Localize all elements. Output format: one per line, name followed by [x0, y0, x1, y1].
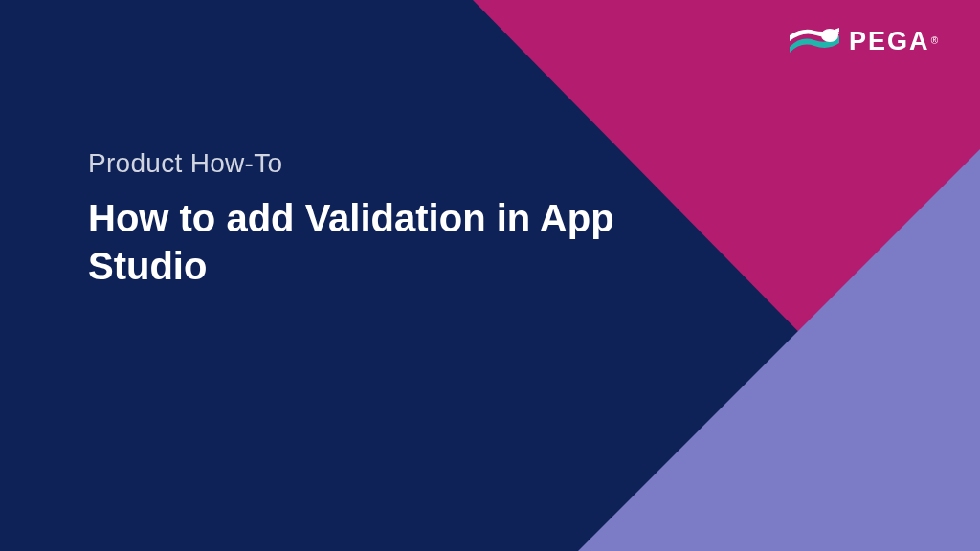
slide-subtitle: Product How-To [88, 148, 681, 179]
svg-point-0 [821, 29, 838, 42]
trademark-symbol: ® [931, 35, 938, 46]
pega-logo-icon [790, 28, 839, 56]
brand-name: PEGA [849, 27, 930, 55]
slide-title: How to add Validation in App Studio [88, 194, 681, 290]
slide-content: Product How-To How to add Validation in … [88, 148, 681, 290]
brand-name-text: PEGA® [849, 27, 938, 56]
brand-logo: PEGA® [790, 27, 938, 56]
